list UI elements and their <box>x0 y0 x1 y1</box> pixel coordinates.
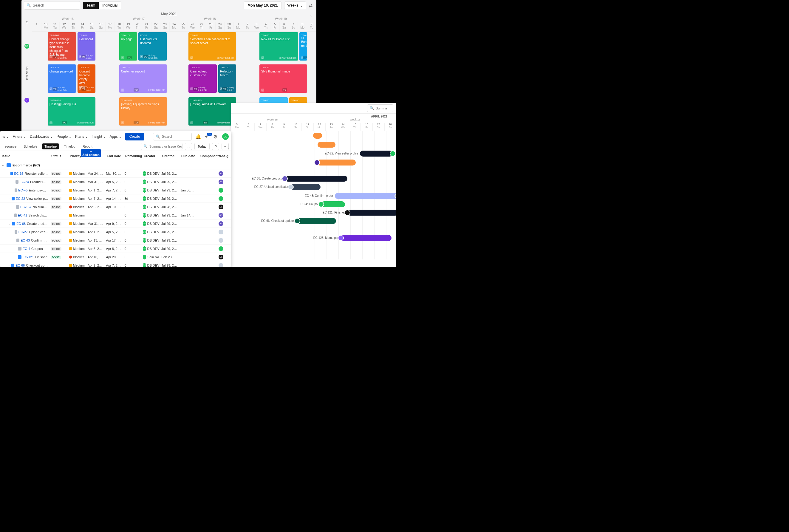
calendar-card[interactable]: TBA-124 Can not load custom icon ✓ TO 8h… <box>189 64 217 93</box>
th-components[interactable]: Components <box>198 154 218 158</box>
add-column-tooltip[interactable]: Add column <box>81 149 101 157</box>
gantt-bar[interactable] <box>335 193 396 199</box>
assignee-avatar[interactable]: AN <box>218 171 223 176</box>
issue-key[interactable]: EC-4 <box>23 247 30 250</box>
gantt-bar[interactable] <box>285 176 347 182</box>
table-row[interactable]: EC-167 No summary TO DO Blocker Apr 5, 2… <box>0 203 231 211</box>
table-row[interactable]: EC-27 Upload certificates TO DO Medium A… <box>0 228 231 236</box>
issue-key[interactable]: EC-121 <box>23 255 34 259</box>
table-row[interactable]: EC-121 Finished DONE Blocker Apr 10, 202… <box>0 253 231 261</box>
issue-key[interactable]: EC-67 <box>14 172 23 175</box>
issue-key[interactable]: EC-45 <box>18 188 27 192</box>
filter-button[interactable]: ≡ <box>222 143 229 150</box>
assignee-avatar[interactable]: AN <box>218 179 223 184</box>
nav-search[interactable]: 🔍 <box>153 133 192 140</box>
refresh-button[interactable]: ↻ <box>212 143 219 150</box>
assignee-avatar[interactable] <box>218 188 223 193</box>
calendar-card[interactable]: TBA-128 Content became empty after resiz… <box>78 64 95 93</box>
gift-icon[interactable]: ✦3+ <box>204 134 210 139</box>
project-group-row[interactable]: ⌄ E-commerce (EC) <box>0 161 231 169</box>
gantt-bar[interactable] <box>317 159 356 166</box>
gantt-search[interactable]: 🔍 <box>367 104 393 112</box>
assignee-avatar[interactable] <box>218 263 223 267</box>
th-created[interactable]: Created <box>160 154 179 158</box>
th-status[interactable]: Status <box>50 154 68 158</box>
th-remaining[interactable]: Remaining <box>123 154 142 158</box>
calendar-card[interactable]: TUAN-425 [Testing] Add/Edit Firmware ✓ T… <box>189 97 236 126</box>
calendar-card[interactable]: TBA-155 Customer support ✓ TO 8h/day tot… <box>119 64 167 93</box>
table-row[interactable]: ⌄ EC-66 Checkout updated Medium Apr 2, 2… <box>0 261 231 267</box>
create-button[interactable]: Create <box>125 133 144 140</box>
th-issue[interactable]: Issue <box>0 154 50 158</box>
tab-timelog[interactable]: Timelog <box>61 144 78 149</box>
gantt-bar[interactable] <box>297 218 336 224</box>
gantt-bar[interactable] <box>291 184 321 190</box>
row-caret-icon[interactable]: ⌄ <box>8 197 11 200</box>
issue-key[interactable]: EC-22 <box>16 197 25 201</box>
assignee-avatar[interactable] <box>218 238 223 243</box>
th-creator[interactable]: Creator <box>142 154 160 158</box>
gear-icon[interactable]: ⚙ <box>213 134 218 139</box>
issue-key[interactable]: EC-167 <box>20 205 31 209</box>
issue-key[interactable]: EC-24 <box>20 180 29 184</box>
table-row[interactable]: EC-67 Register seller account TO DO Medi… <box>0 169 231 178</box>
row-caret-icon[interactable]: ⌄ <box>8 222 11 225</box>
nav-filters[interactable]: Filters⌄ <box>13 134 26 139</box>
assignee-avatar[interactable]: ML <box>218 255 223 260</box>
table-row[interactable]: EC-45 Enter payment info TO DO Medium Ap… <box>0 186 231 194</box>
gantt-bar[interactable] <box>341 235 391 241</box>
nav-insight[interactable]: Insight⌄ <box>92 134 106 139</box>
calendar-card[interactable]: TBA-89 Sometimes can not connect to sock… <box>189 32 236 60</box>
calendar-card[interactable]: TBA-46 SNS thumbnail image ✓ TO <box>259 64 307 93</box>
calendar-card[interactable]: TUAN-428 [Testing] Pairing IDs ✓ TO 8h/d… <box>48 97 95 126</box>
expand-icon[interactable]: ⇄ <box>309 3 314 8</box>
assignee-avatar[interactable] <box>218 246 223 251</box>
table-row[interactable]: EC-4 Coupon TO DO Medium Apr 6, 2021 Apr… <box>0 245 231 253</box>
assignee-avatar[interactable]: AN <box>218 213 223 218</box>
rail-avatar-1[interactable]: DD <box>24 44 29 49</box>
issue-key[interactable]: EC-43 <box>21 239 30 242</box>
gantt-bar[interactable] <box>321 201 345 207</box>
nav-search-input[interactable] <box>162 134 189 139</box>
calendar-card[interactable]: TBA-103 Cannot change type of issue if i… <box>48 32 76 60</box>
gantt-bar[interactable] <box>347 210 396 215</box>
collapse-panel-icon[interactable]: ‹ <box>228 147 229 150</box>
gantt-search-input[interactable] <box>376 107 391 110</box>
summary-search-input[interactable] <box>149 145 182 148</box>
calendar-card[interactable]: TBA-156 my page ✓ TO <box>119 32 137 60</box>
search-input-wrapper[interactable]: 🔍 <box>24 1 80 10</box>
nav-people[interactable]: People⌄ <box>57 134 72 139</box>
table-row[interactable]: ⌄ EC-68 Create products TO DO Medium Mar… <box>0 220 231 228</box>
gantt-bar[interactable] <box>317 141 335 148</box>
assignee-avatar[interactable] <box>218 196 223 201</box>
calendar-card[interactable]: TBA-132 change password ✓ TO 8h/day tota… <box>48 64 76 93</box>
issue-key[interactable]: EC-66 <box>16 264 25 267</box>
calendar-card[interactable]: TBA-70 New UI for Board List ✓ 8h/day to… <box>259 32 298 60</box>
calendar-card[interactable]: TUAN-427 [Testing] Equipment Settings Hi… <box>119 97 167 126</box>
issue-key[interactable]: EC-41 <box>18 213 27 217</box>
assignee-avatar[interactable] <box>218 230 223 234</box>
gantt-bar[interactable] <box>360 151 393 156</box>
date-picker-button[interactable]: Mon May 10, 2021 <box>244 1 282 9</box>
nav-apps[interactable]: Apps⌄ <box>110 134 122 139</box>
tab-report[interactable]: Report <box>80 144 95 149</box>
assignee-avatar[interactable]: ML <box>218 205 223 209</box>
user-avatar[interactable]: DD <box>222 133 229 140</box>
tab-timeline[interactable]: Timeline <box>42 144 59 149</box>
row-caret-icon[interactable]: ⌄ <box>8 264 10 267</box>
tab-schedule[interactable]: Schedule <box>21 144 40 149</box>
rail-avatar-2[interactable]: TO <box>24 98 29 102</box>
fullscreen-button[interactable]: ⛶ <box>185 143 192 150</box>
scale-dropdown[interactable]: Weeks ⌄ <box>284 1 306 9</box>
today-button[interactable]: Today <box>194 143 210 150</box>
th-assignee[interactable]: Assig <box>218 154 230 158</box>
gantt-bar[interactable] <box>313 133 322 139</box>
month-collapse-icon[interactable]: ⌄ <box>310 12 313 18</box>
summary-search[interactable]: 🔍 <box>141 143 182 150</box>
table-row[interactable]: EC-43 Confirm order TO DO Medium Apr 13,… <box>0 236 231 245</box>
table-row[interactable]: EC-24 Product images TO DO Medium Mar 31… <box>0 178 231 186</box>
nav-plans[interactable]: Plans⌄ <box>75 134 88 139</box>
table-row[interactable]: ⌄ EC-22 View seller profile TO DO Medium… <box>0 194 231 203</box>
assignee-avatar[interactable]: AN <box>218 221 223 226</box>
nav-ts[interactable]: ts⌄ <box>2 134 9 139</box>
